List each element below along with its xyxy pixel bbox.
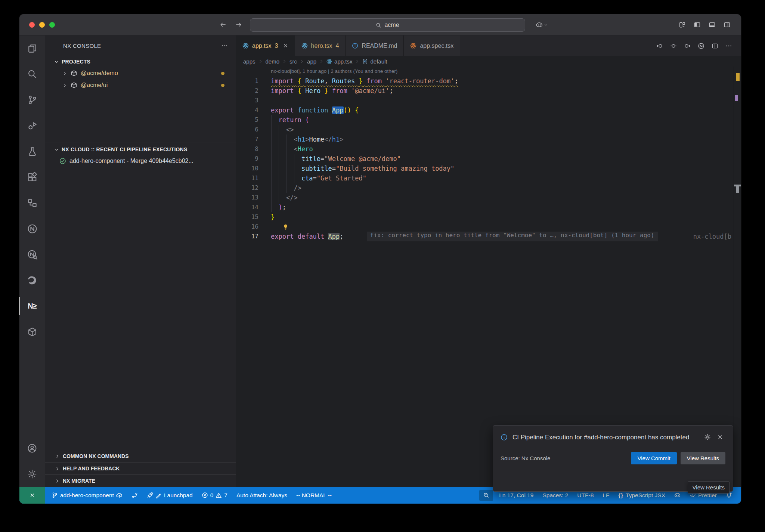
activity-item-nx-cloud-search[interactable] — [19, 242, 45, 267]
breadcrumb-app[interactable]: app — [307, 58, 316, 65]
code-line-2[interactable]: 2import { Hero } from '@acme/ui'; — [236, 86, 741, 96]
code-line-13[interactable]: 13 </> — [236, 193, 741, 202]
project-item-@acme/ui[interactable]: @acme/ui — [45, 79, 236, 91]
ref-forward-icon[interactable] — [684, 43, 691, 49]
tab-README.md[interactable]: README.md — [346, 35, 404, 56]
code-line-16[interactable]: 16 — [236, 222, 741, 232]
activity-item-settings[interactable] — [19, 461, 45, 487]
code-line-7[interactable]: 7 <h1>Home</h1> — [236, 134, 741, 144]
activity-item-source-control[interactable] — [19, 87, 45, 113]
zoom-window-button[interactable] — [49, 22, 55, 28]
ellipsis-icon[interactable] — [725, 43, 732, 49]
activity-item-nx-console[interactable]: N≥ — [19, 293, 45, 319]
code-line-4[interactable]: 4export function App() { — [236, 105, 741, 115]
activity-item-testing[interactable] — [19, 139, 45, 164]
notification-settings-icon[interactable] — [704, 434, 711, 440]
clipped-git-blame: nx-cloud[b — [693, 232, 731, 241]
line-number: 5 — [236, 115, 258, 125]
notification-close-icon[interactable] — [717, 434, 723, 440]
line-number: 11 — [236, 173, 258, 183]
status-item-vim-mode[interactable]: -- NORMAL -- — [292, 487, 336, 504]
code-line-10[interactable]: 10 subtitle="Build something amazing tod… — [236, 164, 741, 173]
view-commit-button[interactable]: View Commit — [631, 452, 676, 464]
status-item-git-graph[interactable] — [127, 487, 142, 504]
code-line-6[interactable]: 6 <> — [236, 125, 741, 134]
section-nx-cloud[interactable]: NX CLOUD :: RECENT CI PIPELINE EXECUTION… — [45, 144, 236, 155]
nx-run-icon[interactable] — [698, 43, 704, 49]
activity-item-package-explorer[interactable] — [19, 319, 45, 345]
activity-item-search[interactable] — [19, 61, 45, 87]
tab-app.spec.tsx[interactable]: app.spec.tsx — [404, 35, 460, 56]
code-editor[interactable]: nx-cloud[bot], 1 hour ago | 2 authors (Y… — [236, 66, 741, 487]
customize-layout-icon[interactable] — [679, 21, 686, 28]
nav-forward-icon[interactable] — [235, 21, 242, 28]
activity-item-run-and-debug[interactable] — [19, 113, 45, 139]
breadcrumb-label: src — [289, 58, 297, 65]
code-line-17[interactable]: 17export default App;fix: correct typo i… — [236, 232, 741, 241]
ref-circle-icon[interactable] — [670, 43, 677, 49]
status-item-branch[interactable]: add-hero-component — [47, 487, 127, 504]
more-actions-icon[interactable] — [221, 43, 227, 49]
breadcrumb-apps[interactable]: apps — [243, 58, 255, 65]
remote-indicator[interactable] — [19, 487, 45, 504]
status-item-zoom-indicator[interactable] — [479, 490, 493, 501]
activity-item-accounts[interactable] — [19, 435, 45, 461]
activity-item-extensions[interactable] — [19, 164, 45, 190]
breadcrumb-demo[interactable]: demo — [266, 58, 280, 65]
ruler-modified-mark — [735, 95, 738, 101]
breadcrumb-app.tsx[interactable]: app.tsx — [326, 58, 352, 65]
status-item-launchpad[interactable]: Launchpad — [142, 487, 197, 504]
project-item-@acme/demo[interactable]: @acme/demo — [45, 67, 236, 79]
code-line-1[interactable]: 1import { Route, Routes } from 'react-ro… — [236, 76, 741, 86]
ref-back-icon[interactable] — [656, 43, 663, 49]
breadcrumb-src[interactable]: src — [289, 58, 297, 65]
section-help-and-feedback[interactable]: HELP AND FEEDBACK — [45, 462, 236, 474]
breadcrumb-default[interactable]: default — [362, 58, 387, 65]
overview-ruler[interactable] — [734, 66, 741, 487]
split-editor-icon[interactable] — [712, 43, 718, 49]
code-line-9[interactable]: 9 title="Welcome @acme/demo" — [236, 154, 741, 164]
section-common-nx-commands[interactable]: COMMON NX COMMANDS — [45, 450, 236, 462]
pipeline-execution-item[interactable]: add-hero-component - Merge 409b44e5cb02.… — [45, 155, 236, 167]
code-line-3[interactable]: 3 — [236, 96, 741, 105]
line-content: title="Welcome @acme/demo" — [258, 154, 401, 164]
status-item-auto-attach[interactable]: Auto Attach: Always — [232, 487, 292, 504]
code-line-5[interactable]: 5 return ( — [236, 115, 741, 125]
react-icon — [410, 43, 416, 49]
toggle-secondary-sidebar-icon[interactable] — [724, 21, 731, 28]
lightbulb-icon[interactable] — [282, 222, 289, 232]
tab-close-icon[interactable] — [283, 43, 288, 49]
code-line-8[interactable]: 8 <Hero — [236, 144, 741, 154]
activity-item-edge-tools[interactable] — [19, 267, 45, 293]
chevron-down-icon[interactable] — [544, 23, 548, 27]
code-line-11[interactable]: 11 cta="Get Started" — [236, 173, 741, 183]
indent-guide — [271, 115, 272, 212]
toggle-panel-icon[interactable] — [709, 21, 716, 28]
view-results-button[interactable]: View Results — [681, 452, 725, 464]
command-center-search[interactable]: acme — [250, 18, 525, 32]
tab-badge: 4 — [335, 43, 339, 49]
line-content: /> — [258, 183, 301, 193]
line-content: import { Route, Routes } from 'react-rou… — [258, 76, 458, 86]
activity-item-explorer[interactable] — [19, 35, 45, 61]
section-label: HELP AND FEEDBACK — [63, 466, 120, 471]
error-circle-icon — [202, 492, 208, 498]
activity-item-nx-project-graph[interactable] — [19, 190, 45, 216]
minimize-window-button[interactable] — [39, 22, 45, 28]
section-projects[interactable]: PROJECTS — [45, 56, 236, 67]
toggle-primary-sidebar-icon[interactable] — [694, 21, 701, 28]
line-number: 12 — [236, 183, 258, 193]
status-item-problems[interactable]: 07 — [197, 487, 232, 504]
tab-hero.tsx[interactable]: hero.tsx4 — [295, 35, 346, 56]
section-nx-migrate[interactable]: NX MIGRATE — [45, 474, 236, 487]
nav-back-icon[interactable] — [220, 21, 226, 28]
info-icon — [352, 43, 358, 49]
code-line-15[interactable]: 15} — [236, 212, 741, 222]
activity-item-nx-cloud[interactable] — [19, 216, 45, 242]
tab-app.tsx[interactable]: app.tsx3 — [236, 35, 295, 56]
code-line-12[interactable]: 12 /> — [236, 183, 741, 193]
code-line-14[interactable]: 14 ); — [236, 202, 741, 212]
copilot-icon[interactable] — [536, 21, 543, 28]
info-icon — [501, 434, 508, 441]
close-window-button[interactable] — [29, 22, 35, 28]
